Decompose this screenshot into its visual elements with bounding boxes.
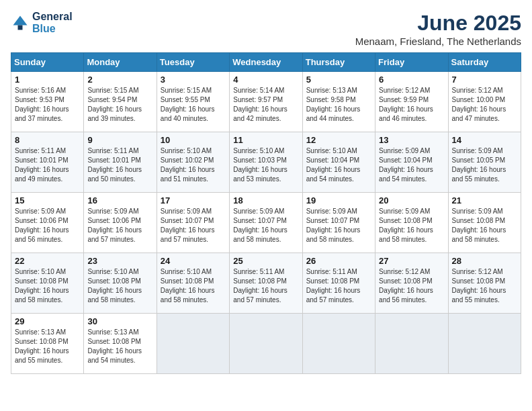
day-16: 16 Sunrise: 5:09 AMSunset: 10:06 PMDayli…	[84, 193, 157, 253]
empty-cell-1	[157, 314, 229, 374]
day-2: 2 Sunrise: 5:15 AMSunset: 9:54 PMDayligh…	[84, 72, 157, 132]
empty-cell-3	[302, 314, 375, 374]
day-9: 9 Sunrise: 5:11 AMSunset: 10:01 PMDaylig…	[84, 132, 157, 193]
day-5: 5 Sunrise: 5:13 AMSunset: 9:58 PMDayligh…	[302, 72, 375, 132]
day-21: 21 Sunrise: 5:09 AMSunset: 10:08 PMDayli…	[448, 193, 521, 253]
day-20: 20 Sunrise: 5:09 AMSunset: 10:08 PMDayli…	[375, 193, 448, 253]
header-sunday: Sunday	[11, 53, 84, 72]
header-friday: Friday	[375, 53, 448, 72]
week-5-row: 29 Sunrise: 5:13 AMSunset: 10:08 PMDayli…	[11, 314, 521, 374]
day-25: 25 Sunrise: 5:11 AMSunset: 10:08 PMDayli…	[230, 253, 302, 314]
day-8: 8 Sunrise: 5:11 AMSunset: 10:01 PMDaylig…	[11, 132, 84, 193]
weekday-header-row: Sunday Monday Tuesday Wednesday Thursday…	[11, 53, 521, 72]
logo-text: General Blue	[32, 11, 73, 34]
logo-blue-text: Blue	[32, 23, 73, 35]
week-3-row: 15 Sunrise: 5:09 AMSunset: 10:06 PMDayli…	[11, 193, 521, 253]
header-saturday: Saturday	[448, 53, 521, 72]
day-17: 17 Sunrise: 5:09 AMSunset: 10:07 PMDayli…	[157, 193, 229, 253]
day-14: 14 Sunrise: 5:09 AMSunset: 10:05 PMDayli…	[448, 132, 521, 193]
day-4: 4 Sunrise: 5:14 AMSunset: 9:57 PMDayligh…	[230, 72, 302, 132]
day-12: 12 Sunrise: 5:10 AMSunset: 10:04 PMDayli…	[302, 132, 375, 193]
header-thursday: Thursday	[302, 53, 375, 72]
day-7: 7 Sunrise: 5:12 AMSunset: 10:00 PMDaylig…	[448, 72, 521, 132]
day-13: 13 Sunrise: 5:09 AMSunset: 10:04 PMDayli…	[375, 132, 448, 193]
calendar: Sunday Monday Tuesday Wednesday Thursday…	[11, 52, 521, 374]
day-23: 23 Sunrise: 5:10 AMSunset: 10:08 PMDayli…	[84, 253, 157, 314]
day-15: 15 Sunrise: 5:09 AMSunset: 10:06 PMDayli…	[11, 193, 84, 253]
svg-rect-2	[18, 25, 23, 30]
day-6: 6 Sunrise: 5:12 AMSunset: 9:59 PMDayligh…	[375, 72, 448, 132]
day-19: 19 Sunrise: 5:09 AMSunset: 10:07 PMDayli…	[302, 193, 375, 253]
logo: General Blue	[11, 11, 73, 34]
day-3: 3 Sunrise: 5:15 AMSunset: 9:55 PMDayligh…	[157, 72, 229, 132]
week-1-row: 1 Sunrise: 5:16 AMSunset: 9:53 PMDayligh…	[11, 72, 521, 132]
header-tuesday: Tuesday	[157, 53, 229, 72]
title-area: June 2025 Menaam, Friesland, The Netherl…	[355, 11, 521, 47]
day-10: 10 Sunrise: 5:10 AMSunset: 10:02 PMDayli…	[157, 132, 229, 193]
week-4-row: 22 Sunrise: 5:10 AMSunset: 10:08 PMDayli…	[11, 253, 521, 314]
day-11: 11 Sunrise: 5:10 AMSunset: 10:03 PMDayli…	[230, 132, 302, 193]
empty-cell-4	[375, 314, 448, 374]
month-title: June 2025	[355, 11, 521, 36]
day-22: 22 Sunrise: 5:10 AMSunset: 10:08 PMDayli…	[11, 253, 84, 314]
day-29: 29 Sunrise: 5:13 AMSunset: 10:08 PMDayli…	[11, 314, 84, 374]
empty-cell-2	[230, 314, 302, 374]
header-wednesday: Wednesday	[230, 53, 302, 72]
svg-marker-1	[13, 15, 28, 25]
day-18: 18 Sunrise: 5:09 AMSunset: 10:07 PMDayli…	[230, 193, 302, 253]
week-2-row: 8 Sunrise: 5:11 AMSunset: 10:01 PMDaylig…	[11, 132, 521, 193]
header: General Blue June 2025 Menaam, Friesland…	[11, 11, 521, 47]
empty-cell-5	[448, 314, 521, 374]
day-28: 28 Sunrise: 5:12 AMSunset: 10:08 PMDayli…	[448, 253, 521, 314]
day-1: 1 Sunrise: 5:16 AMSunset: 9:53 PMDayligh…	[11, 72, 84, 132]
header-monday: Monday	[84, 53, 157, 72]
logo-general-text: General	[32, 11, 73, 23]
day-27: 27 Sunrise: 5:12 AMSunset: 10:08 PMDayli…	[375, 253, 448, 314]
location-title: Menaam, Friesland, The Netherlands	[355, 36, 521, 47]
logo-icon	[11, 13, 30, 32]
day-30: 30 Sunrise: 5:13 AMSunset: 10:08 PMDayli…	[84, 314, 157, 374]
day-24: 24 Sunrise: 5:10 AMSunset: 10:08 PMDayli…	[157, 253, 229, 314]
day-26: 26 Sunrise: 5:11 AMSunset: 10:08 PMDayli…	[302, 253, 375, 314]
